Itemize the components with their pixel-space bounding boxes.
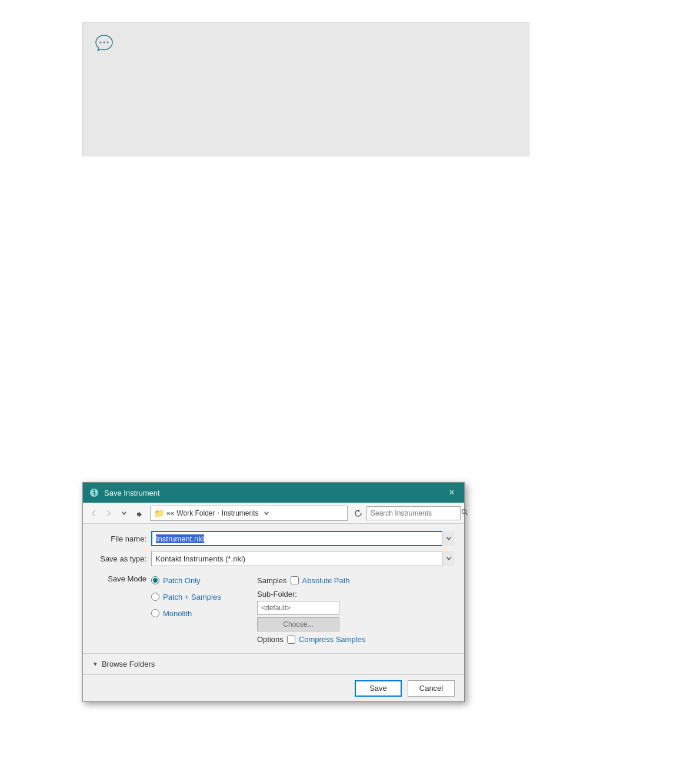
subfolder-input[interactable]	[257, 601, 339, 615]
top-panel	[82, 22, 529, 156]
absolute-path-checkbox[interactable]	[291, 576, 299, 584]
left-section: Save Mode	[92, 573, 151, 644]
cancel-button[interactable]: Cancel	[408, 680, 455, 697]
search-icon-button[interactable]	[461, 509, 468, 517]
forward-button[interactable]	[102, 506, 116, 520]
monolith-radio[interactable]	[151, 609, 159, 617]
filename-input-wrapper	[151, 531, 455, 546]
back-button[interactable]	[86, 506, 101, 520]
samples-label: Samples	[257, 576, 287, 585]
options-label-text: Options	[257, 635, 284, 644]
folder-icon: 📁	[154, 509, 164, 518]
saveas-row: Save as type: Kontakt Instruments (*.nki…	[92, 551, 455, 566]
chat-icon	[94, 34, 115, 52]
close-button[interactable]: ×	[445, 486, 458, 499]
svg-point-1	[104, 42, 105, 44]
options-section: Save Mode Patch Only Patch + Samples	[92, 571, 455, 646]
right-section: Patch Only Patch + Samples Monolith	[151, 573, 455, 644]
saveas-dropdown-button[interactable]	[442, 551, 455, 566]
samples-section: Samples Absolute Path Sub-Folder: Choose…	[239, 573, 365, 644]
search-box	[366, 506, 461, 520]
browse-chevron-icon: ▼	[92, 661, 98, 667]
browse-folders-button[interactable]: ▼ Browse Folders	[92, 660, 155, 668]
compress-samples-checkbox[interactable]	[287, 636, 295, 644]
svg-point-2	[107, 42, 109, 44]
search-input[interactable]	[371, 509, 459, 517]
patch-only-label[interactable]: Patch Only	[163, 576, 201, 585]
filename-row: File name:	[92, 531, 455, 546]
save-button[interactable]: Save	[355, 680, 402, 697]
svg-point-3	[462, 510, 466, 514]
filename-input[interactable]	[151, 531, 455, 546]
dialog-footer: Save Cancel	[83, 674, 464, 701]
patch-only-radio[interactable]	[151, 576, 159, 584]
browse-folders-label: Browse Folders	[102, 660, 155, 668]
breadcrumb-work-folder: Work Folder	[176, 509, 215, 517]
save-instrument-dialog: Save Instrument × 📁 «« Work Folder ›	[82, 482, 465, 676]
radio-row-patch-samples: Patch + Samples	[151, 590, 239, 604]
compress-samples-label[interactable]: Compress Samples	[299, 635, 365, 644]
filename-label: File name:	[92, 534, 151, 543]
subfolder-label-text: Sub-Folder:	[257, 590, 365, 599]
samples-header: Samples Absolute Path	[257, 573, 365, 587]
saveas-select[interactable]: Kontakt Instruments (*.nki)	[151, 551, 455, 566]
patch-samples-radio[interactable]	[151, 593, 159, 601]
radio-row-patch-only: Patch Only	[151, 573, 239, 587]
dialog-title: Save Instrument	[104, 489, 441, 497]
breadcrumb-dropdown-button[interactable]	[261, 507, 272, 520]
radio-row-monolith: Monolith	[151, 606, 239, 620]
breadcrumb-prefix: ««	[166, 509, 174, 517]
absolute-path-label[interactable]: Absolute Path	[302, 576, 350, 585]
breadcrumb-separator: ›	[218, 510, 219, 516]
up-directory-button[interactable]	[132, 506, 146, 520]
browse-folders-row: ▼ Browse Folders	[83, 653, 464, 674]
dialog-toolbar: 📁 «« Work Folder › Instruments	[83, 503, 464, 524]
svg-point-0	[100, 42, 102, 44]
saveas-input-wrapper: Kontakt Instruments (*.nki)	[151, 551, 455, 566]
breadcrumb-current: Instruments	[222, 509, 259, 517]
monolith-label[interactable]: Monolith	[163, 609, 192, 618]
breadcrumb-area: 📁 «« Work Folder › Instruments	[150, 506, 348, 521]
refresh-button[interactable]	[351, 506, 365, 520]
save-mode-label: Save Mode	[92, 573, 151, 583]
dialog-titlebar: Save Instrument ×	[83, 483, 464, 503]
radio-options-column: Patch Only Patch + Samples Monolith	[151, 573, 239, 644]
saveas-label: Save as type:	[92, 554, 151, 563]
patch-samples-label[interactable]: Patch + Samples	[163, 593, 221, 601]
dialog-body: File name: Save as type: Kontakt Instrum…	[83, 524, 464, 653]
options-row: Options Compress Samples	[257, 635, 365, 644]
filename-dropdown-button[interactable]	[442, 531, 455, 546]
dropdown-nav-button[interactable]	[117, 506, 131, 520]
dialog-titlebar-icon	[89, 487, 99, 498]
choose-button[interactable]: Choose...	[257, 617, 339, 631]
